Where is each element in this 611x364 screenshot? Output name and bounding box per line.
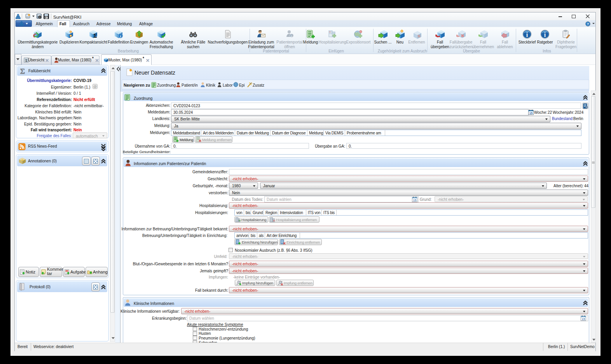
svg-text:Σ: Σ [93,33,97,39]
svg-text:Σ: Σ [25,59,27,63]
svg-text:Σ: Σ [20,67,25,75]
svg-text:i: i [526,31,528,38]
svg-text:i: i [544,31,546,38]
svg-text:?: ? [587,22,589,26]
